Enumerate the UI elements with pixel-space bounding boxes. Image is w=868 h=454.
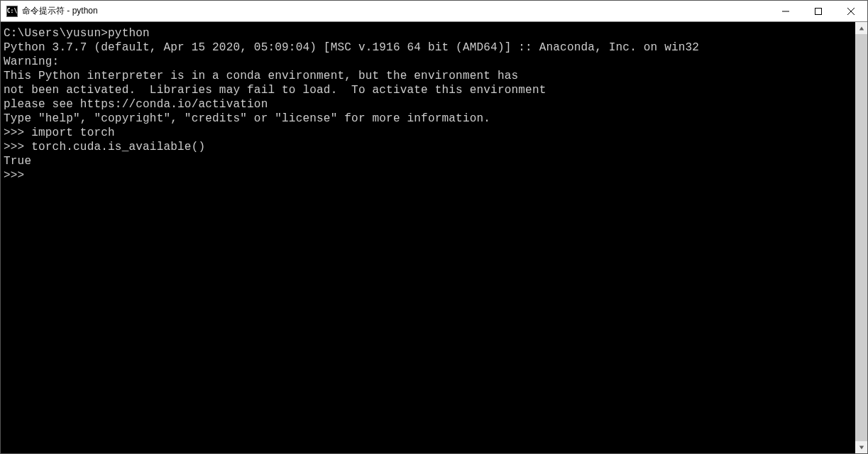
terminal-line: please see https://conda.io/activation [4, 97, 852, 112]
close-icon [847, 8, 855, 15]
maximize-button[interactable] [802, 1, 835, 21]
terminal-line: not been activated. Libraries may fail t… [4, 83, 852, 97]
app-icon: C:\ [6, 6, 18, 17]
terminal-line: >>> torch.cuda.is_available() [4, 140, 852, 154]
terminal-line: Python 3.7.7 (default, Apr 15 2020, 05:0… [4, 40, 852, 55]
terminal-line: Warning: [4, 55, 852, 69]
terminal-line: C:\Users\yusun>python [4, 26, 852, 40]
minimize-icon [782, 8, 789, 15]
chevron-down-icon [859, 445, 864, 450]
repl-input: import torch [31, 126, 115, 139]
repl-prompt: >>> [4, 169, 31, 182]
repl-prompt: >>> [4, 141, 31, 153]
svg-rect-1 [815, 8, 822, 14]
svg-marker-5 [859, 445, 863, 449]
terminal-line: This Python interpreter is in a conda en… [4, 69, 852, 83]
window-title: 命令提示符 - python [22, 5, 769, 17]
scroll-thumb[interactable] [855, 34, 867, 441]
maximize-icon [815, 8, 822, 15]
terminal-line: >>> [4, 168, 852, 183]
scroll-track[interactable] [855, 34, 867, 441]
repl-prompt: >>> [4, 126, 31, 139]
svg-marker-4 [859, 26, 863, 30]
terminal-output[interactable]: C:\Users\yusun>pythonPython 3.7.7 (defau… [1, 22, 855, 453]
vertical-scrollbar[interactable] [855, 22, 867, 453]
close-button[interactable] [835, 1, 867, 21]
minimize-button[interactable] [769, 1, 802, 21]
repl-input: torch.cuda.is_available() [31, 141, 205, 153]
content-area: C:\Users\yusun>pythonPython 3.7.7 (defau… [1, 22, 867, 453]
terminal-line: Type "help", "copyright", "credits" or "… [4, 112, 852, 126]
chevron-up-icon [859, 26, 864, 31]
scroll-down-button[interactable] [855, 441, 867, 453]
scroll-up-button[interactable] [855, 22, 867, 34]
terminal-line: True [4, 154, 852, 168]
titlebar[interactable]: C:\ 命令提示符 - python [1, 1, 867, 22]
window-controls [769, 1, 867, 21]
terminal-line: >>> import torch [4, 126, 852, 140]
